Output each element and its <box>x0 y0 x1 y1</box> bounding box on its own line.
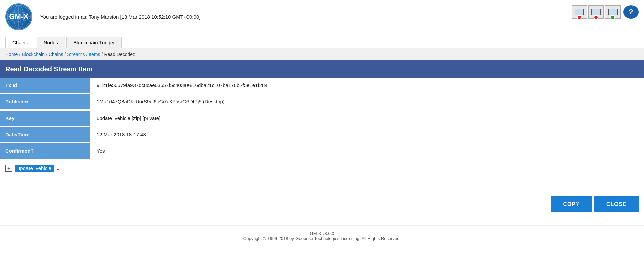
field-value: 1Mu1d47Q8aDKtUorS9di6oCi7cK7bsrG6DtPj5 (… <box>90 93 644 110</box>
field-label: Date/Time <box>0 126 90 143</box>
field-value: 9121fe50579fa937dc8cae03657f5c403ae816db… <box>90 78 644 93</box>
page-title: Read Decoded Stream Item <box>0 60 644 78</box>
breadcrumb-chains[interactable]: Chains <box>49 52 63 57</box>
table-row: Date/Time12 Mar 2018 18:17:43 <box>0 126 644 143</box>
logo-text: GM-X <box>9 12 28 21</box>
field-label: Key <box>0 110 90 126</box>
page-footer: GM-X v8.0.0 Copyright © 1999-2018 by Geo… <box>0 225 644 247</box>
tab-nodes[interactable]: Nodes <box>37 37 65 48</box>
help-button[interactable]: ? <box>623 5 639 19</box>
red-badge-icon <box>577 15 582 20</box>
tabs-bar: Chains Nodes Blockchain Trigger <box>0 34 644 48</box>
screen-icon <box>591 9 601 15</box>
close-button[interactable]: CLOSE <box>594 196 639 212</box>
screen-icon <box>608 9 618 15</box>
footer-buttons: COPY CLOSE <box>0 190 644 219</box>
tree-dots: .. <box>57 165 60 171</box>
logo: GM-X <box>5 3 32 30</box>
table-row: Confirmed?Yes <box>0 143 644 159</box>
data-table: Tx Id9121fe50579fa937dc8cae03657f5c403ae… <box>0 78 644 160</box>
tab-blockchain-trigger[interactable]: Blockchain Trigger <box>66 37 122 48</box>
field-label: Confirmed? <box>0 143 90 159</box>
tree-area: + update_vehicle .. <box>0 160 644 176</box>
login-status: You are logged in as: Tony Marston [13 M… <box>40 14 200 20</box>
green-badge-icon <box>610 15 615 20</box>
field-value: Yes <box>90 143 644 159</box>
breadcrumb-current: Read Decoded <box>104 52 135 57</box>
version-text: GM-X v8.0.0 <box>5 231 639 236</box>
breadcrumb-home[interactable]: Home <box>5 52 18 57</box>
breadcrumb: Home / Blockchain / Chains / Streams / I… <box>0 48 644 60</box>
red-badge-icon <box>594 15 598 20</box>
tree-key-label[interactable]: update_vehicle <box>15 165 54 172</box>
field-label: Tx Id <box>0 78 90 93</box>
copy-button[interactable]: COPY <box>551 196 592 212</box>
header: GM-X You are logged in as: Tony Marston … <box>0 0 644 34</box>
copyright-text: Copyright © 1999-2018 by Geoprise Techno… <box>5 236 639 241</box>
screen-icon <box>575 9 584 15</box>
table-row: Keyupdate_vehicle [zip] [private] <box>0 110 644 126</box>
tab-chains[interactable]: Chains <box>5 37 35 48</box>
window-add-button[interactable] <box>605 5 621 19</box>
field-value: update_vehicle [zip] [private] <box>90 110 644 126</box>
table-row: Tx Id9121fe50579fa937dc8cae03657f5c403ae… <box>0 78 644 93</box>
window-close-button[interactable] <box>572 5 587 19</box>
breadcrumb-streams[interactable]: Streams <box>67 52 85 57</box>
tree-expand-button[interactable]: + <box>5 165 12 172</box>
table-row: Publisher1Mu1d47Q8aDKtUorS9di6oCi7cK7bsr… <box>0 93 644 110</box>
field-label: Publisher <box>0 93 90 110</box>
breadcrumb-blockchain[interactable]: Blockchain <box>22 52 45 57</box>
breadcrumb-items[interactable]: Items <box>89 52 100 57</box>
window-minimize-button[interactable] <box>588 5 604 19</box>
header-icons: ? <box>572 5 639 19</box>
field-value: 12 Mar 2018 18:17:43 <box>90 126 644 143</box>
